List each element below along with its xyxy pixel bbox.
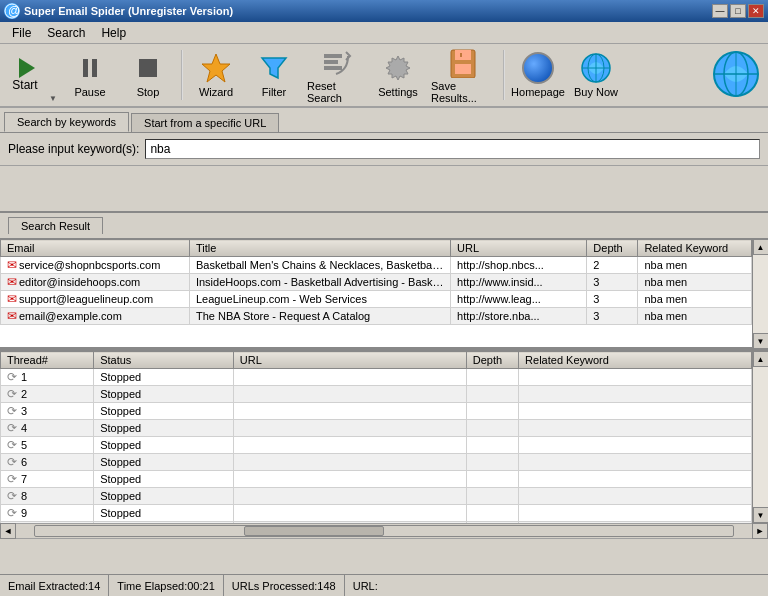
thread-status: Stopped [94,471,234,488]
tab-search-keywords[interactable]: Search by keywords [4,112,129,132]
result-row[interactable]: ✉email@example.com The NBA Store - Reque… [1,308,752,325]
thread-status: Stopped [94,505,234,522]
menu-file[interactable]: File [4,24,39,42]
svg-rect-6 [324,66,342,70]
result-title: The NBA Store - Request A Catalog [189,308,450,325]
start-button[interactable]: Start [4,46,46,104]
thread-vscrollbar[interactable]: ▲ ▼ [752,351,768,523]
thread-url [233,369,466,386]
result-keyword: nba men [638,291,752,308]
svg-rect-4 [324,54,342,58]
buynow-label: Buy Now [574,86,618,98]
thread-status: Stopped [94,437,234,454]
thread-row[interactable]: ⟳2 Stopped [1,386,752,403]
results-table-container[interactable]: Email Title URL Depth Related Keyword ✉s… [0,239,752,349]
col-title: Title [189,240,450,257]
thread-row[interactable]: ⟳10 Stopped [1,522,752,524]
thread-row[interactable]: ⟳3 Stopped [1,403,752,420]
svg-marker-2 [202,54,230,82]
col-keyword: Related Keyword [638,240,752,257]
result-depth: 2 [587,257,638,274]
close-button[interactable]: ✕ [748,4,764,18]
wizard-icon [200,52,232,84]
thread-status: Stopped [94,420,234,437]
status-email: Email Extracted:14 [0,575,109,596]
app-title: Super Email Spider (Unregister Version) [24,5,233,17]
result-email: ✉support@leaguelineup.com [1,291,190,308]
settings-button[interactable]: Settings [370,46,426,104]
thread-scroll-track [753,367,769,507]
result-email: ✉service@shopnbcsports.com [1,257,190,274]
thread-depth [466,437,518,454]
pause-button[interactable]: Pause [62,46,118,104]
buynow-icon [580,52,612,84]
result-email: ✉email@example.com [1,308,190,325]
toolbar-separator-1 [181,50,183,100]
menu-help[interactable]: Help [93,24,134,42]
maximize-button[interactable]: □ [730,4,746,18]
hscroll-right[interactable]: ► [752,523,768,539]
results-vscrollbar[interactable]: ▲ ▼ [752,239,768,349]
thread-table-container[interactable]: Thread# Status URL Depth Related Keyword… [0,351,752,523]
thread-url [233,488,466,505]
hscroll-thumb[interactable] [244,526,384,536]
hscroll-left[interactable]: ◄ [0,523,16,539]
menu-search[interactable]: Search [39,24,93,42]
thread-section: Thread# Status URL Depth Related Keyword… [0,351,768,523]
results-section-header: Search Result [0,213,768,239]
settings-label: Settings [378,86,418,98]
result-depth: 3 [587,291,638,308]
thread-scroll-up[interactable]: ▲ [753,351,769,367]
thread-depth [466,505,518,522]
results-tab[interactable]: Search Result [8,217,103,234]
stop-label: Stop [137,86,160,98]
thread-row[interactable]: ⟳7 Stopped [1,471,752,488]
thread-num: ⟳3 [1,403,94,420]
results-scroll-down[interactable]: ▼ [753,333,769,349]
thread-url [233,386,466,403]
thread-num: ⟳9 [1,505,94,522]
thread-url [233,505,466,522]
filter-button[interactable]: Filter [246,46,302,104]
keyword-input[interactable] [145,139,760,159]
result-row[interactable]: ✉editor@insidehoops.com InsideHoops.com … [1,274,752,291]
reset-label: Reset Search [307,80,365,104]
minimize-button[interactable]: — [712,4,728,18]
title-bar: @ Super Email Spider (Unregister Version… [0,0,768,22]
wizard-label: Wizard [199,86,233,98]
results-scroll-track [753,255,769,333]
thread-row[interactable]: ⟳5 Stopped [1,437,752,454]
thread-row[interactable]: ⟳4 Stopped [1,420,752,437]
svg-rect-5 [324,60,338,64]
thread-num: ⟳4 [1,420,94,437]
homepage-button[interactable]: Homepage [510,46,566,104]
reset-button[interactable]: Reset Search [304,46,368,104]
thread-num: ⟳7 [1,471,94,488]
thread-keyword [519,369,752,386]
thread-num: ⟳6 [1,454,94,471]
result-row[interactable]: ✉service@shopnbcsports.com Basketball Me… [1,257,752,274]
buynow-button[interactable]: Buy Now [568,46,624,104]
search-input-area: Please input keyword(s): [0,133,768,166]
thread-row[interactable]: ⟳6 Stopped [1,454,752,471]
thread-status: Stopped [94,386,234,403]
result-depth: 3 [587,274,638,291]
title-bar-left: @ Super Email Spider (Unregister Version… [4,3,233,19]
thread-keyword [519,471,752,488]
wizard-button[interactable]: Wizard [188,46,244,104]
thread-col-depth: Depth [466,352,518,369]
thread-depth [466,471,518,488]
save-results-button[interactable]: Save Results... [428,46,498,104]
col-email: Email [1,240,190,257]
thread-scroll-down[interactable]: ▼ [753,507,769,523]
result-row[interactable]: ✉support@leaguelineup.com LeagueLineup.c… [1,291,752,308]
tab-start-url[interactable]: Start from a specific URL [131,113,279,132]
thread-row[interactable]: ⟳1 Stopped [1,369,752,386]
start-dropdown-button[interactable]: ▼ [46,46,60,104]
start-group: Start ▼ [4,46,60,104]
thread-row[interactable]: ⟳8 Stopped [1,488,752,505]
stop-button[interactable]: Stop [120,46,176,104]
thread-row[interactable]: ⟳9 Stopped [1,505,752,522]
thread-hscrollbar[interactable]: ◄ ► [0,523,768,539]
results-scroll-up[interactable]: ▲ [753,239,769,255]
